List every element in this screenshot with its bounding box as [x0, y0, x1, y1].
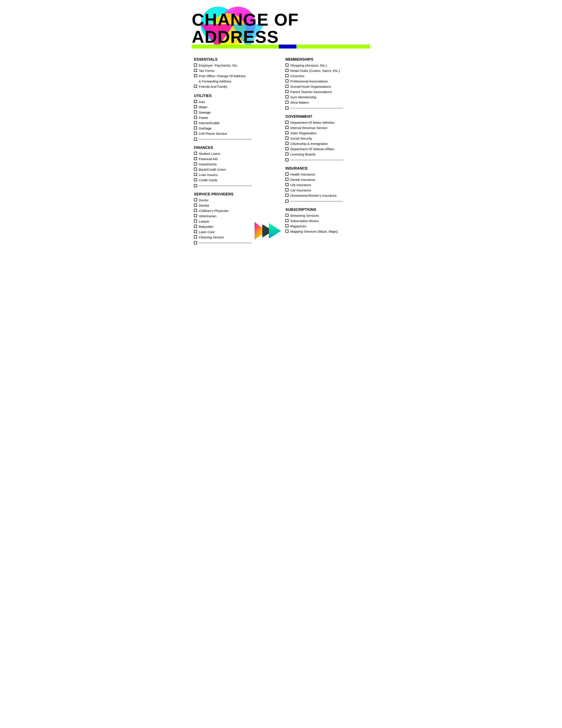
section-title-service-providers: SERVICE PROVIDERS: [194, 192, 277, 197]
checkbox[interactable]: [285, 194, 288, 197]
checkbox[interactable]: [194, 100, 197, 103]
checkbox[interactable]: [285, 121, 288, 124]
list-item: Health Insurance: [285, 172, 368, 177]
checkbox[interactable]: [285, 142, 288, 145]
checkbox[interactable]: [285, 214, 288, 217]
checkbox[interactable]: [194, 204, 197, 207]
checkbox[interactable]: [285, 74, 288, 77]
list-item: Voter Registration: [285, 131, 368, 135]
blank-line: [199, 186, 252, 186]
list-item: Scouts/Youth Organizations: [285, 84, 368, 89]
checkbox[interactable]: [194, 162, 197, 165]
list-item: Dental Insurance: [285, 177, 368, 182]
checkbox[interactable]: [194, 209, 197, 212]
checkbox[interactable]: [194, 85, 197, 88]
list-item: Student Loans: [194, 151, 277, 156]
list-item: Doctor: [194, 198, 277, 202]
checkbox[interactable]: [194, 198, 197, 201]
list-item: Investments: [194, 162, 277, 167]
checkbox[interactable]: [285, 64, 288, 67]
list-item: Cell Phone Service: [194, 131, 277, 136]
list-item: Post Office: Change Of Address: [194, 74, 277, 78]
checkbox[interactable]: [194, 116, 197, 119]
checkbox[interactable]: [285, 147, 288, 150]
custom-line-government: [285, 158, 368, 161]
checkbox[interactable]: [194, 64, 197, 67]
list-item: Alma Maters: [285, 100, 368, 105]
checkbox[interactable]: [285, 183, 288, 186]
checkbox[interactable]: [285, 219, 288, 222]
custom-line-utilities: [194, 138, 277, 141]
checkbox[interactable]: [285, 224, 288, 227]
list-item: Water: [194, 105, 277, 109]
checkbox[interactable]: [285, 137, 288, 140]
section-finances: FINANCES Student Loans Financial Aid Inv…: [194, 146, 277, 187]
section-government: GOVERNMENT Department Of Motor Vehicles …: [285, 114, 368, 161]
custom-line-insurance: [285, 200, 368, 203]
list-item-indent: & Forwarding Address: [194, 79, 277, 84]
list-item: Bank/Credit Union: [194, 167, 277, 172]
custom-line-memberships: [285, 107, 368, 110]
checkbox[interactable]: [194, 74, 197, 77]
list-item: Churches: [285, 74, 368, 78]
list-item: Social Security: [285, 136, 368, 141]
list-item: Power: [194, 115, 277, 120]
checkbox[interactable]: [285, 172, 288, 176]
blank-line: [290, 108, 343, 108]
checkbox[interactable]: [285, 188, 288, 191]
list-item: Dentist: [194, 203, 277, 208]
checkbox[interactable]: [285, 95, 288, 98]
checkbox[interactable]: [194, 105, 197, 108]
custom-line-finances: [194, 184, 277, 187]
section-title-subscriptions: SUBSCRIPTIONS: [285, 208, 368, 212]
left-column: ESSENTIALS Employer: Paychecks, Etc. Tax…: [194, 57, 277, 249]
checkbox[interactable]: [285, 79, 288, 82]
checkbox[interactable]: [285, 85, 288, 88]
list-item: Mapping Services (Waze, Maps): [285, 229, 368, 234]
checkbox[interactable]: [285, 69, 288, 72]
checkbox[interactable]: [194, 235, 197, 238]
checkbox[interactable]: [285, 158, 288, 161]
section-memberships: MEMBERSHIPS Shopping (Amazon, Etc.) Reta…: [285, 57, 368, 110]
checkbox[interactable]: [194, 241, 197, 244]
checkbox[interactable]: [194, 219, 197, 223]
checkbox[interactable]: [194, 230, 197, 233]
checkbox[interactable]: [194, 173, 197, 176]
list-item: Loan Issuers: [194, 172, 277, 177]
checkbox[interactable]: [194, 178, 197, 181]
checkbox[interactable]: [194, 157, 197, 160]
section-insurance: INSURANCE Health Insurance Dental Insura…: [285, 166, 368, 203]
section-title-essentials: ESSENTIALS: [194, 57, 277, 62]
checkbox[interactable]: [194, 168, 197, 171]
checkbox[interactable]: [285, 101, 288, 104]
checkbox[interactable]: [285, 131, 288, 134]
checkbox[interactable]: [194, 152, 197, 155]
checkbox[interactable]: [285, 90, 288, 93]
section-essentials: ESSENTIALS Employer: Paychecks, Etc. Tax…: [194, 57, 277, 89]
section-title-finances: FINANCES: [194, 146, 277, 150]
checkbox[interactable]: [285, 152, 288, 155]
checkbox[interactable]: [285, 200, 288, 203]
list-item: Car Insurance: [285, 188, 368, 193]
checkbox[interactable]: [194, 110, 197, 114]
checkbox[interactable]: [194, 126, 197, 129]
list-item: Magazines: [285, 224, 368, 228]
list-item: Gym Membership: [285, 95, 368, 99]
checkbox[interactable]: [194, 225, 197, 228]
checkbox[interactable]: [285, 178, 288, 181]
checkbox[interactable]: [194, 214, 197, 217]
checkbox[interactable]: [285, 230, 288, 233]
checkbox[interactable]: [194, 132, 197, 135]
list-item: Homeowner/Renter's Insurance: [285, 193, 368, 198]
list-item: Department Of Veteran Affairs: [285, 147, 368, 151]
checkbox[interactable]: [285, 107, 288, 110]
section-utilities: UTILITIES Gas Water Sewage Power Interne…: [194, 94, 277, 141]
list-item: Credit Cards: [194, 178, 277, 182]
checkbox[interactable]: [194, 138, 197, 141]
section-service-providers: SERVICE PROVIDERS Doctor Dentist Childre…: [194, 192, 277, 244]
checkbox[interactable]: [194, 69, 197, 72]
checkbox[interactable]: [194, 121, 197, 124]
checkbox[interactable]: [285, 126, 288, 129]
section-title-insurance: INSURANCE: [285, 166, 368, 171]
checkbox[interactable]: [194, 184, 197, 187]
